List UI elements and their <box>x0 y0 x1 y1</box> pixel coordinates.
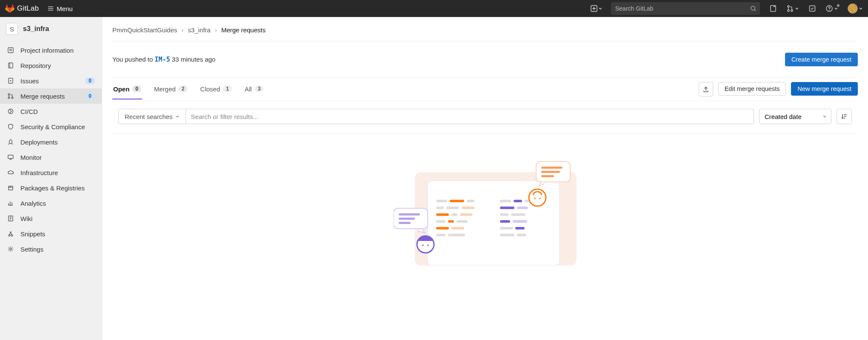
recent-searches-dropdown[interactable]: Recent searches <box>118 109 186 124</box>
sidebar-item-badge: 0 <box>85 93 95 99</box>
export-icon <box>702 86 709 93</box>
svg-rect-47 <box>500 220 510 223</box>
svg-rect-41 <box>514 200 522 202</box>
new-merge-request-button[interactable]: New merge request <box>791 82 858 96</box>
create-merge-request-button[interactable]: Create merge request <box>785 53 858 66</box>
sidebar-item-label: Monitor <box>20 154 95 161</box>
project-avatar: S <box>6 23 18 35</box>
sidebar-item-issues[interactable]: Issues0 <box>0 73 102 88</box>
sidebar-item-label: Snippets <box>20 230 95 238</box>
issues-icon <box>7 77 14 85</box>
tab-closed[interactable]: Closed1 <box>200 79 233 99</box>
sidebar-item-snippets[interactable]: Snippets <box>0 226 102 241</box>
chevron-down-icon <box>795 6 799 11</box>
user-menu[interactable] <box>848 3 863 14</box>
sidebar-item-security-compliance[interactable]: Security & Compliance <box>0 119 102 134</box>
svg-point-1 <box>751 6 755 10</box>
sidebar-item-ci-cd[interactable]: CI/CD <box>0 104 102 119</box>
sidebar-item-deployments[interactable]: Deployments <box>0 134 102 150</box>
svg-rect-49 <box>500 227 513 230</box>
top-icons <box>769 3 863 14</box>
sidebar-item-monitor[interactable]: Monitor <box>0 150 102 165</box>
help-dropdown[interactable] <box>825 5 838 12</box>
svg-rect-62 <box>399 218 415 220</box>
edit-merge-requests-button[interactable]: Edit merge requests <box>718 82 786 96</box>
project-name: s3_infra <box>23 25 49 33</box>
gitlab-logo[interactable]: GitLab <box>5 4 39 13</box>
svg-rect-40 <box>500 200 511 202</box>
merge-requests-shortcut[interactable] <box>786 5 799 12</box>
svg-rect-33 <box>436 220 445 223</box>
info-icon <box>7 46 14 54</box>
sidebar-item-label: CI/CD <box>20 108 95 115</box>
svg-point-5 <box>791 10 793 11</box>
svg-rect-9 <box>9 63 13 68</box>
sidebar-item-wiki[interactable]: Wiki <box>0 211 102 226</box>
chevron-down-icon <box>598 6 602 11</box>
empty-illustration <box>394 159 577 253</box>
project-header[interactable]: S s3_infra <box>0 17 102 41</box>
search-input[interactable] <box>611 2 760 15</box>
chevron-down-icon <box>859 6 863 11</box>
sidebar-item-label: Infrastructure <box>20 169 95 176</box>
sidebar-item-analytics[interactable]: Analytics <box>0 196 102 211</box>
tab-merged[interactable]: Merged2 <box>153 79 188 99</box>
help-icon <box>825 5 833 12</box>
svg-rect-46 <box>511 213 525 216</box>
sidebar-item-label: Issues <box>20 77 79 85</box>
cloud-icon <box>7 169 14 176</box>
nav-list: Project informationRepositoryIssues0Merg… <box>0 41 102 258</box>
svg-point-15 <box>9 109 13 114</box>
tab-open[interactable]: Open0 <box>112 79 142 99</box>
svg-point-4 <box>788 10 789 11</box>
brand-text: GitLab <box>17 4 39 13</box>
svg-rect-36 <box>436 227 449 230</box>
filter-input[interactable] <box>186 109 754 124</box>
sidebar-item-packages-registries[interactable]: Packages & Registries <box>0 180 102 196</box>
export-button[interactable] <box>699 82 713 96</box>
tab-label: Merged <box>154 85 176 93</box>
topbar: GitLab Menu <box>0 0 868 17</box>
breadcrumb-item[interactable]: s3_infra <box>188 26 211 34</box>
svg-point-11 <box>10 80 11 82</box>
tab-count: 0 <box>132 85 141 92</box>
sidebar-item-settings[interactable]: Settings <box>0 241 102 257</box>
menu-toggle[interactable]: Menu <box>47 5 73 12</box>
menu-label: Menu <box>57 5 73 12</box>
issues-shortcut[interactable] <box>769 5 777 12</box>
svg-point-14 <box>11 97 13 99</box>
sidebar-item-infrastructure[interactable]: Infrastructure <box>0 165 102 180</box>
snippets-icon <box>7 230 14 238</box>
push-notification: You pushed to IM-5 33 minutes ago Create… <box>112 42 858 77</box>
svg-rect-34 <box>448 220 454 223</box>
sidebar-item-label: Settings <box>20 246 95 253</box>
branch-link[interactable]: IM-5 <box>155 56 170 63</box>
svg-point-12 <box>8 94 10 95</box>
recent-searches-label: Recent searches <box>125 113 173 120</box>
tab-label: All <box>245 85 252 93</box>
sidebar-item-repository[interactable]: Repository <box>0 58 102 73</box>
monitor-icon <box>7 153 14 161</box>
svg-rect-31 <box>451 213 457 216</box>
tab-all[interactable]: All3 <box>244 79 264 99</box>
svg-rect-61 <box>399 213 420 215</box>
svg-point-19 <box>9 235 10 236</box>
todos-shortcut[interactable] <box>808 5 816 12</box>
sort-dropdown[interactable]: Created date <box>759 109 831 124</box>
svg-rect-56 <box>541 175 554 177</box>
svg-rect-37 <box>451 227 464 230</box>
new-dropdown[interactable] <box>589 3 604 14</box>
svg-rect-32 <box>460 213 473 216</box>
push-text: You pushed to IM-5 33 minutes ago <box>112 56 215 63</box>
sidebar-item-project-information[interactable]: Project information <box>0 42 102 58</box>
svg-rect-52 <box>517 234 526 236</box>
breadcrumb-item[interactable]: PmmQuickStartGuides <box>112 26 177 34</box>
svg-rect-44 <box>517 207 528 209</box>
sidebar-item-merge-requests[interactable]: Merge requests0 <box>0 88 102 104</box>
sort-direction-button[interactable] <box>837 109 852 124</box>
svg-rect-45 <box>500 213 508 216</box>
svg-rect-27 <box>436 207 444 209</box>
svg-rect-50 <box>515 227 525 230</box>
search-icon <box>750 6 757 12</box>
svg-point-20 <box>11 235 13 236</box>
